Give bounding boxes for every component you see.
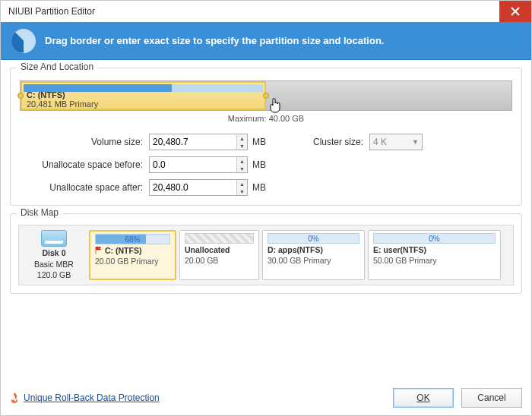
footer: Unique Roll-Back Data Protection OK Canc… [10,388,522,408]
flag-icon [95,247,103,254]
cluster-size-label: Cluster size: [278,137,369,147]
disk-icon [41,230,67,247]
unalloc-before-input[interactable]: ▲▼ [149,156,248,173]
volume-size-label: Volume size: [20,137,149,147]
partition-card[interactable]: Unallocated20.00 GB [179,230,259,280]
volume-size-field[interactable] [150,134,236,150]
spinner-down-icon[interactable]: ▼ [237,165,247,172]
banner-text: Drag border or enter exact size to speci… [45,35,384,46]
size-fields: Volume size: ▲▼ MB Cluster size: 4 K ▼ U… [20,134,512,196]
maximum-label: Maximum: 40.00 GB [20,114,512,123]
partition-bar[interactable]: C: (NTFS) 20,481 MB Primary [20,80,512,111]
pie-chart-icon [11,29,36,53]
partition-card-name: Unallocated [185,245,254,254]
close-icon [511,7,520,16]
spinner-up-icon[interactable]: ▲ [237,134,247,142]
partition-card-sub: 50.00 GB Primary [373,256,496,265]
partition-segment-c[interactable]: C: (NTFS) 20,481 MB Primary [21,81,266,110]
window-title: NIUBI Partition Editor [8,6,95,17]
partition-usage-pct: 68% [125,235,140,244]
ok-button-label: OK [416,392,429,403]
spinner-down-icon[interactable]: ▼ [237,142,247,150]
partition-usage-bar: 68% [95,234,170,244]
banner: Drag border or enter exact size to speci… [1,22,531,60]
volume-size-unit: MB [248,137,278,147]
cluster-size-value: 4 K [373,137,387,147]
partition-card[interactable]: 68%C: (NTFS)20.00 GB Primary [89,230,176,280]
chevron-down-icon: ▼ [412,138,419,146]
partition-card[interactable]: 0%D: apps(NTFS)30.00 GB Primary [262,230,365,280]
close-button[interactable] [499,1,531,22]
partition-card[interactable]: 0%E: user(NTFS)50.00 GB Primary [368,230,501,280]
partition-card-sub: 20.00 GB [185,256,254,265]
unalloc-after-field[interactable] [150,180,236,195]
volume-size-input[interactable]: ▲▼ [149,134,248,150]
partition-usage-fill [24,84,263,92]
unalloc-after-input[interactable]: ▲▼ [149,179,248,196]
size-location-title: Size And Location [17,61,97,72]
unalloc-before-unit: MB [248,159,278,170]
partition-card-sub: 20.00 GB Primary [95,257,170,266]
unalloc-before-spinner[interactable]: ▲▼ [236,157,247,172]
rollback-link-text: Unique Roll-Back Data Protection [24,392,160,403]
volume-size-spinner[interactable]: ▲▼ [236,134,247,150]
disk-name: Disk 0 [43,248,66,258]
partition-usage-bar [185,233,254,244]
unalloc-after-unit: MB [248,182,278,193]
disk-info: Disk 0 Basic MBR 120.0 GB [24,230,84,280]
partition-card-name: D: apps(NTFS) [268,245,359,254]
disk-type: Basic MBR [34,260,74,269]
resize-handle-right[interactable] [263,93,269,99]
cancel-button[interactable]: Cancel [461,388,522,408]
unalloc-after-label: Unallocate space after: [20,182,149,193]
partition-usage-pct: 0% [308,235,318,243]
spinner-up-icon[interactable]: ▲ [237,157,247,165]
partition-card-sub: 30.00 GB Primary [268,256,359,265]
partition-usage-bar: 0% [373,233,496,244]
partition-usage-bar: 0% [268,233,359,244]
partition-bar-wrap: C: (NTFS) 20,481 MB Primary Maximum: 40.… [20,80,512,123]
spinner-down-icon[interactable]: ▼ [237,188,247,195]
size-location-group: Size And Location C: (NTFS) 20,481 MB Pr… [10,68,522,206]
rollback-link[interactable]: Unique Roll-Back Data Protection [10,392,160,403]
disk-map-group: Disk Map Disk 0 Basic MBR 120.0 GB 68%C:… [10,213,522,294]
partition-sublabel: 20,481 MB Primary [27,99,264,109]
partition-usage-pct: 0% [429,235,439,243]
resize-handle-left[interactable] [17,93,24,99]
disk-map-title: Disk Map [17,207,62,218]
partition-cards: 68%C: (NTFS)20.00 GB PrimaryUnallocated2… [89,230,508,280]
unalloc-before-field[interactable] [150,157,236,172]
unalloc-before-label: Unallocate space before: [20,159,149,170]
unalloc-after-spinner[interactable]: ▲▼ [236,180,247,195]
footer-buttons: OK Cancel [393,388,522,408]
partition-card-name: E: user(NTFS) [373,245,496,254]
disk-size: 120.0 GB [37,270,71,280]
cluster-size-select[interactable]: 4 K ▼ [369,134,423,150]
disk-map-body: Disk 0 Basic MBR 120.0 GB 68%C: (NTFS)20… [18,225,514,285]
flame-icon [10,392,19,403]
ok-button[interactable]: OK [393,388,454,408]
partition-card-name: C: (NTFS) [95,246,170,255]
titlebar: NIUBI Partition Editor [1,1,531,22]
spinner-up-icon[interactable]: ▲ [237,180,247,188]
